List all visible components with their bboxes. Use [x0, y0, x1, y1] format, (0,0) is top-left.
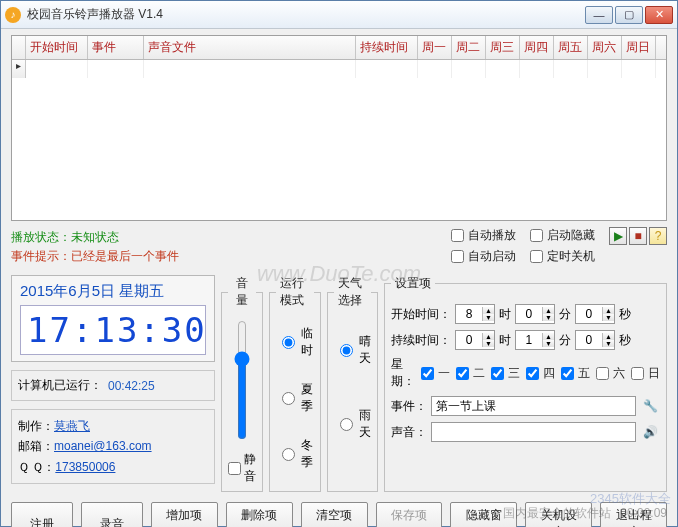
dur-sec-spinner[interactable]: ▲▼: [575, 330, 615, 350]
add-button[interactable]: 增加项目: [151, 502, 218, 527]
event-tip: 事件提示：已经是最后一个事件: [11, 248, 451, 265]
mail-value[interactable]: moanei@163.com: [54, 439, 152, 453]
volume-panel: 音量 静音: [221, 275, 263, 492]
play-icon-button[interactable]: ▶: [609, 227, 627, 245]
maximize-button[interactable]: ▢: [615, 6, 643, 24]
col-fri: 周五: [554, 36, 588, 59]
start-min-spinner[interactable]: ▲▼: [515, 304, 555, 324]
col-event: 事件: [88, 36, 144, 59]
info-panel: 2015年6月5日 星期五 17:13:30 计算机已运行： 00:42:25 …: [11, 275, 215, 492]
col-sat: 周六: [588, 36, 622, 59]
app-window: ♪ 校园音乐铃声播放器 V1.4 — ▢ ✕ 开始时间 事件 声音文件 持续时间…: [0, 0, 678, 527]
week-label: 星期：: [391, 356, 415, 390]
save-button[interactable]: 保存项目: [376, 502, 443, 527]
register-button[interactable]: 注册: [11, 502, 73, 527]
col-start-time: 开始时间: [26, 36, 88, 59]
auto-play-checkbox[interactable]: 自动播放: [451, 227, 516, 244]
clock-display: 17:13:30: [20, 305, 206, 355]
col-tue: 周二: [452, 36, 486, 59]
col-thu: 周四: [520, 36, 554, 59]
mode-winter[interactable]: 冬季: [282, 437, 314, 471]
day-fri[interactable]: 五: [561, 365, 590, 382]
event-label: 事件：: [391, 398, 427, 415]
col-sound-file: 声音文件: [144, 36, 356, 59]
titlebar: ♪ 校园音乐铃声播放器 V1.4 — ▢ ✕: [1, 1, 677, 29]
mode-temp[interactable]: 临时: [282, 325, 314, 359]
weather-panel: 天气选择 晴天 雨天: [327, 275, 379, 492]
day-sat[interactable]: 六: [596, 365, 625, 382]
settings-panel: 设置项 开始时间： ▲▼时 ▲▼分 ▲▼秒 持续时间： ▲▼时 ▲▼分 ▲▼秒 …: [384, 275, 667, 492]
start-time-label: 开始时间：: [391, 306, 451, 323]
weather-sunny[interactable]: 晴天: [340, 333, 372, 367]
settings-legend: 设置项: [391, 275, 435, 292]
sound-label: 声音：: [391, 424, 427, 441]
mail-label: 邮箱：: [18, 439, 54, 453]
day-thu[interactable]: 四: [526, 365, 555, 382]
app-icon: ♪: [5, 7, 21, 23]
col-sun: 周日: [622, 36, 656, 59]
duration-label: 持续时间：: [391, 332, 451, 349]
start-sec-spinner[interactable]: ▲▼: [575, 304, 615, 324]
start-hidden-checkbox[interactable]: 启动隐藏: [530, 227, 595, 244]
day-wed[interactable]: 三: [491, 365, 520, 382]
day-tue[interactable]: 二: [456, 365, 485, 382]
author-value[interactable]: 莫燕飞: [54, 419, 90, 433]
date-label: 2015年6月5日 星期五: [20, 282, 206, 301]
sound-browse-icon[interactable]: 🔊: [640, 422, 660, 442]
dur-hour-spinner[interactable]: ▲▼: [455, 330, 495, 350]
qq-label: Ｑ Ｑ：: [18, 460, 55, 474]
event-input[interactable]: [431, 396, 636, 416]
window-title: 校园音乐铃声播放器 V1.4: [27, 6, 585, 23]
event-browse-icon[interactable]: 🔧: [640, 396, 660, 416]
sound-input[interactable]: [431, 422, 636, 442]
auto-start-checkbox[interactable]: 自动启动: [451, 248, 516, 265]
author-label: 制作：: [18, 419, 54, 433]
mode-summer[interactable]: 夏季: [282, 381, 314, 415]
uptime-value: 00:42:25: [108, 379, 155, 393]
grid-body: ▸: [12, 60, 666, 78]
col-wed: 周三: [486, 36, 520, 59]
mute-checkbox[interactable]: 静音: [228, 451, 256, 485]
day-sun[interactable]: 日: [631, 365, 660, 382]
timed-shutdown-checkbox[interactable]: 定时关机: [530, 248, 595, 265]
schedule-grid[interactable]: 开始时间 事件 声音文件 持续时间 周一 周二 周三 周四 周五 周六 周日 ▸: [11, 35, 667, 221]
minimize-button[interactable]: —: [585, 6, 613, 24]
record-button[interactable]: 录音: [81, 502, 143, 527]
dur-min-spinner[interactable]: ▲▼: [515, 330, 555, 350]
col-duration: 持续时间: [356, 36, 418, 59]
uptime-label: 计算机已运行：: [18, 377, 102, 394]
row-marker: ▸: [12, 60, 26, 78]
weather-rainy[interactable]: 雨天: [340, 407, 372, 441]
help-icon-button[interactable]: ?: [649, 227, 667, 245]
mode-legend: 运行模式: [276, 275, 314, 309]
mode-panel: 运行模式 临时 夏季 冬季: [269, 275, 321, 492]
close-button[interactable]: ✕: [645, 6, 673, 24]
volume-slider[interactable]: [233, 320, 251, 440]
weather-legend: 天气选择: [334, 275, 372, 309]
clear-button[interactable]: 清空项目: [301, 502, 368, 527]
grid-header: 开始时间 事件 声音文件 持续时间 周一 周二 周三 周四 周五 周六 周日: [12, 36, 666, 60]
day-mon[interactable]: 一: [421, 365, 450, 382]
play-status: 播放状态：未知状态: [11, 229, 451, 246]
start-hour-spinner[interactable]: ▲▼: [455, 304, 495, 324]
volume-legend: 音量: [228, 275, 256, 309]
delete-button[interactable]: 删除项目: [226, 502, 293, 527]
qq-value[interactable]: 173850006: [55, 460, 115, 474]
corner-slogan: 国内最安全的软件站 00:00:09: [503, 505, 667, 522]
stop-icon-button[interactable]: ■: [629, 227, 647, 245]
auto-options: 自动播放 启动隐藏 自动启动 定时关机: [451, 227, 595, 265]
col-mon: 周一: [418, 36, 452, 59]
